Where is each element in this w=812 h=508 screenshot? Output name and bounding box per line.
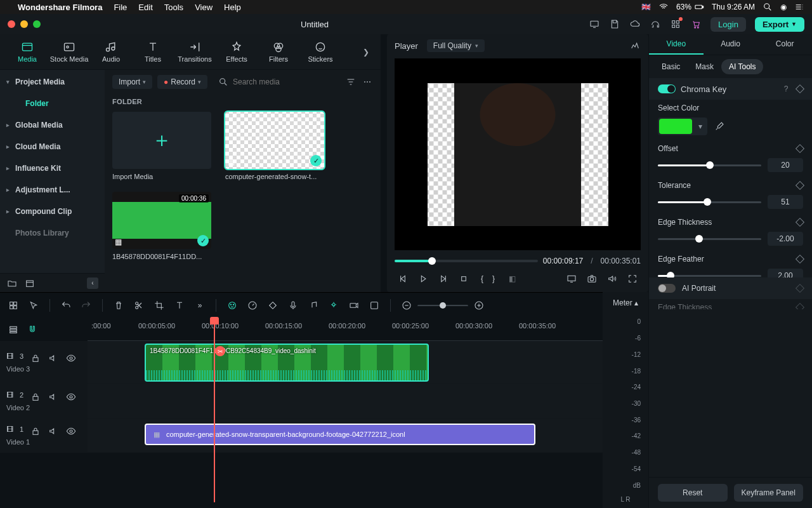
timeline-ruler[interactable]: :00:00 00:00:05:00 00:00:10:00 00:00:15:… xyxy=(88,318,603,341)
sidebar-item-folder[interactable]: Folder xyxy=(0,93,105,114)
edge-feather-value[interactable]: 2.00 xyxy=(768,269,803,277)
player-quality-dropdown[interactable]: Full Quality▾ xyxy=(427,39,485,52)
display-icon[interactable] xyxy=(589,18,600,30)
ai-icon[interactable] xyxy=(226,300,238,311)
playhead[interactable] xyxy=(214,318,215,502)
zoom-in-button[interactable] xyxy=(473,300,485,311)
media-thumb-snow[interactable]: ▦ ✓ xyxy=(225,112,324,169)
menu-edit[interactable]: Edit xyxy=(138,3,152,12)
prop-tab-audio[interactable]: Audio xyxy=(704,34,758,55)
stop-button[interactable] xyxy=(458,273,469,284)
volume-icon[interactable] xyxy=(606,273,618,284)
close-window-button[interactable] xyxy=(8,20,15,28)
keyframe-diamond-icon[interactable] xyxy=(796,84,804,93)
help-icon[interactable]: ? xyxy=(780,83,792,95)
text-icon[interactable] xyxy=(174,300,185,311)
color-swatch-dropdown[interactable]: ▾ xyxy=(658,117,707,135)
max-window-button[interactable] xyxy=(33,20,41,28)
snapshot-icon[interactable] xyxy=(586,273,598,284)
import-media-tile[interactable]: ＋ xyxy=(112,112,211,169)
playback-scrubber[interactable] xyxy=(395,260,538,262)
cart-icon[interactable] xyxy=(690,18,702,30)
hide-icon[interactable] xyxy=(65,425,77,437)
sidebar-item-global-media[interactable]: ▸Global Media xyxy=(0,114,105,136)
lock-icon[interactable] xyxy=(30,391,41,403)
window-controls[interactable] xyxy=(8,20,41,28)
offset-slider[interactable] xyxy=(658,164,761,166)
sidebar-item-project-media[interactable]: ▾Project Media xyxy=(0,71,105,93)
select-tool-icon[interactable] xyxy=(28,300,39,311)
new-bin-icon[interactable] xyxy=(24,277,36,289)
mute-icon[interactable] xyxy=(48,425,59,437)
crop-icon[interactable] xyxy=(154,300,165,311)
media-thumb-greenscreen[interactable]: 00:00:36 ▦ ✓ xyxy=(112,192,211,249)
audio-sync-icon[interactable] xyxy=(308,300,319,311)
magnet-icon[interactable] xyxy=(27,324,38,335)
section-chroma-key[interactable]: Chroma Key ? xyxy=(649,78,812,100)
sidebar-item-compound-clip[interactable]: ▸Compound Clip xyxy=(0,201,105,222)
sort-icon[interactable] xyxy=(345,76,357,88)
edge-feather-slider[interactable] xyxy=(658,275,761,277)
prop-tab-color[interactable]: Color xyxy=(757,34,812,55)
tab-stickers[interactable]: Stickers xyxy=(299,41,341,63)
cloud-icon[interactable] xyxy=(629,18,641,30)
keyframe-diamond-icon[interactable] xyxy=(796,255,804,264)
record-tl-icon[interactable] xyxy=(348,300,360,311)
tab-audio[interactable]: Audio xyxy=(90,41,132,63)
marker-icon[interactable] xyxy=(328,300,339,311)
track-manager-icon[interactable] xyxy=(8,324,19,335)
mark-out-button[interactable]: } xyxy=(492,274,495,283)
tolerance-slider[interactable] xyxy=(658,201,761,203)
chroma-key-toggle[interactable] xyxy=(658,84,676,93)
menu-view[interactable]: View xyxy=(195,3,213,12)
prop-subtab-basic[interactable]: Basic xyxy=(654,59,688,74)
track-head-video1[interactable]: 🎞1 Video 1 xyxy=(0,418,88,452)
eyedropper-icon[interactable] xyxy=(714,121,725,132)
lock-icon[interactable] xyxy=(30,425,41,437)
tab-filters[interactable]: Filters xyxy=(258,41,299,63)
track-head-video3[interactable]: 🎞3 Video 3 xyxy=(0,341,88,384)
more-icon[interactable]: ⋯ xyxy=(362,76,373,88)
player-viewport[interactable] xyxy=(395,58,641,250)
timeline-clip-greenscreen[interactable]: 1B45878DD0081F4F11DDCB92C54834B9_video_d… xyxy=(145,344,429,382)
delete-icon[interactable] xyxy=(113,300,124,311)
tab-stock-media[interactable]: Stock Media xyxy=(48,41,90,63)
undo-icon[interactable] xyxy=(60,300,72,311)
apps-icon[interactable] xyxy=(670,18,681,30)
menu-tools[interactable]: Tools xyxy=(164,3,183,12)
tolerance-value[interactable]: 51 xyxy=(768,195,803,209)
section-ai-portrait[interactable]: AI Portrait xyxy=(649,277,812,299)
next-frame-button[interactable] xyxy=(438,273,449,284)
display-out-icon[interactable] xyxy=(566,273,577,284)
tab-media[interactable]: Media xyxy=(6,41,48,63)
tab-effects[interactable]: Effects xyxy=(216,41,258,63)
login-button[interactable]: Login xyxy=(710,17,746,32)
battery-status[interactable]: 63% xyxy=(676,2,704,12)
fullscreen-icon[interactable] xyxy=(627,273,638,284)
more-tools-icon[interactable]: » xyxy=(194,300,206,311)
keyframe-icon[interactable] xyxy=(267,300,278,311)
sidebar-item-adjustment[interactable]: ▸Adjustment L... xyxy=(0,179,105,201)
tab-titles[interactable]: Titles xyxy=(132,41,174,63)
keyframe-diamond-icon[interactable] xyxy=(796,181,804,190)
menu-help[interactable]: Help xyxy=(224,3,241,12)
app-name[interactable]: Wondershare Filmora xyxy=(18,3,102,12)
lock-icon[interactable] xyxy=(30,352,41,364)
speed-icon[interactable] xyxy=(247,300,258,311)
prop-tab-video[interactable]: Video xyxy=(649,34,704,55)
scopes-icon[interactable] xyxy=(629,40,641,51)
sidebar-item-cloud-media[interactable]: ▸Cloud Media xyxy=(0,136,105,157)
record-dropdown[interactable]: ●Record▾ xyxy=(157,75,207,89)
mute-icon[interactable] xyxy=(48,352,59,364)
flag-icon[interactable]: 🇬🇧 xyxy=(641,3,651,11)
siri-icon[interactable]: ◉ xyxy=(780,3,787,11)
offset-value[interactable]: 20 xyxy=(768,158,803,172)
spotlight-icon[interactable] xyxy=(763,2,773,12)
prev-frame-button[interactable] xyxy=(397,273,409,284)
keyframe-diamond-icon[interactable] xyxy=(796,218,804,227)
control-center-icon[interactable] xyxy=(794,2,804,12)
min-window-button[interactable] xyxy=(20,20,28,28)
tab-transitions[interactable]: Transitions xyxy=(174,41,216,63)
reset-button[interactable]: Reset xyxy=(658,484,728,502)
prop-subtab-aitools[interactable]: AI Tools xyxy=(721,59,763,74)
